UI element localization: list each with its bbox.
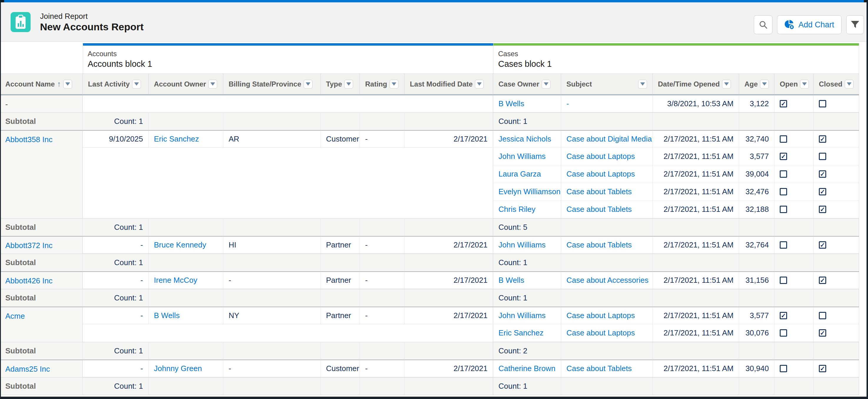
- column-menu-button[interactable]: [475, 80, 484, 89]
- subject-cell: Case about Laptops: [561, 307, 653, 324]
- open-checkbox[interactable]: [780, 241, 787, 249]
- subject-link[interactable]: Case about Laptops: [566, 311, 635, 320]
- account-name-link[interactable]: Acme: [5, 312, 25, 321]
- case-owner-link[interactable]: Chris Riley: [498, 205, 535, 214]
- column-header-closed[interactable]: Closed: [813, 73, 859, 95]
- column-header-rating[interactable]: Rating: [360, 73, 405, 95]
- closed-checkbox[interactable]: [819, 188, 826, 195]
- column-menu-button[interactable]: [800, 80, 809, 89]
- column-header-account-name[interactable]: Account Name↑: [0, 73, 83, 95]
- account-name-link[interactable]: Adams25 Inc: [5, 365, 50, 374]
- subtotal-empty-cell: [223, 289, 321, 307]
- closed-checkbox[interactable]: [819, 171, 826, 178]
- column-menu-button[interactable]: [304, 80, 312, 89]
- closed-checkbox[interactable]: [819, 135, 826, 143]
- column-header-last-activity[interactable]: Last Activity: [83, 73, 149, 95]
- closed-checkbox[interactable]: [819, 153, 826, 160]
- column-header-billing-state-province[interactable]: Billing State/Province: [223, 73, 321, 95]
- case-owner-link[interactable]: John Williams: [498, 240, 546, 249]
- subject-link[interactable]: Case about Laptops: [566, 328, 635, 338]
- account-owner-link[interactable]: Bruce Kennedy: [154, 240, 206, 249]
- closed-checkbox[interactable]: [819, 365, 826, 372]
- column-menu-button[interactable]: [344, 80, 353, 89]
- closed-checkbox[interactable]: [819, 100, 826, 108]
- search-button[interactable]: [754, 15, 772, 34]
- subtotal-empty-cell: [405, 254, 493, 271]
- open-checkbox[interactable]: [780, 365, 787, 372]
- case-owner-link[interactable]: Jessica Nichols: [498, 134, 551, 144]
- account-name-link[interactable]: Abbott426 Inc: [5, 276, 52, 285]
- date-time-opened-cell: 2/17/2021, 11:51 AM: [653, 148, 739, 165]
- account-name-link[interactable]: Abbott372 Inc: [5, 241, 52, 250]
- column-menu-button[interactable]: [722, 80, 731, 89]
- open-checkbox[interactable]: [780, 100, 787, 108]
- closed-checkbox[interactable]: [819, 329, 826, 337]
- subject-link[interactable]: Case about Laptops: [566, 152, 635, 161]
- column-menu-button[interactable]: [208, 80, 217, 89]
- closed-checkbox[interactable]: [819, 277, 826, 284]
- case-owner-link[interactable]: B Wells: [498, 99, 524, 108]
- case-owner-link[interactable]: Eric Sanchez: [498, 328, 544, 338]
- case-owner-cell: Chris Riley: [493, 201, 561, 218]
- account-owner-link[interactable]: B Wells: [154, 311, 180, 320]
- closed-checkbox[interactable]: [819, 312, 826, 319]
- open-checkbox[interactable]: [780, 312, 787, 319]
- column-header-type[interactable]: Type: [321, 73, 360, 95]
- column-header-open[interactable]: Open: [774, 73, 813, 95]
- case-owner-link[interactable]: B Wells: [498, 276, 524, 285]
- type-cell-value: Partner: [326, 276, 351, 285]
- open-cell: [774, 271, 813, 289]
- open-checkbox[interactable]: [780, 329, 787, 337]
- filter-button[interactable]: [846, 15, 864, 34]
- account-owner-link[interactable]: Johnny Green: [154, 364, 202, 373]
- subject-link[interactable]: Case about Tablets: [566, 364, 632, 373]
- add-chart-button[interactable]: Add Chart: [777, 15, 841, 34]
- open-checkbox[interactable]: [780, 206, 787, 213]
- column-menu-button[interactable]: [132, 80, 141, 89]
- subject-link[interactable]: Case about Laptops: [566, 170, 635, 179]
- closed-checkbox[interactable]: [819, 241, 826, 249]
- closed-checkbox[interactable]: [819, 206, 826, 213]
- case-owner-link[interactable]: Catherine Brown: [498, 364, 556, 373]
- column-menu-button[interactable]: [845, 80, 854, 89]
- column-header-age[interactable]: Age: [739, 73, 774, 95]
- column-header-last-modified-date[interactable]: Last Modified Date: [405, 73, 493, 95]
- column-header-account-owner[interactable]: Account Owner: [149, 73, 223, 95]
- window-bottom-bar: [0, 397, 868, 399]
- subject-link[interactable]: -: [566, 99, 569, 108]
- accounts-count-value: Count: 1: [114, 223, 143, 232]
- case-owner-link[interactable]: John Williams: [498, 152, 546, 161]
- subject-link[interactable]: Case about Tablets: [566, 205, 632, 214]
- column-header-case-owner[interactable]: Case Owner: [493, 73, 561, 95]
- account-owner-link[interactable]: Eric Sanchez: [154, 134, 199, 144]
- subject-link[interactable]: Case about Accessories: [566, 276, 649, 285]
- column-menu-button[interactable]: [638, 80, 647, 89]
- column-menu-button[interactable]: [390, 80, 398, 89]
- open-checkbox[interactable]: [780, 171, 787, 178]
- column-menu-button[interactable]: [63, 80, 72, 89]
- last-modified-cell: 2/17/2021: [405, 236, 493, 254]
- case-owner-link[interactable]: John Williams: [498, 311, 546, 320]
- open-checkbox[interactable]: [780, 135, 787, 143]
- subject-link[interactable]: Case about Tablets: [566, 240, 632, 249]
- accounts-subtotal-count-cell: Count: 1: [83, 218, 149, 236]
- column-menu-button[interactable]: [542, 80, 551, 89]
- subject-link[interactable]: Case about Tablets: [566, 187, 632, 196]
- account-owner-link[interactable]: Irene McCoy: [154, 276, 197, 285]
- subtotal-empty-cell: [561, 377, 653, 395]
- account-owner-cell: Bruce Kennedy: [149, 236, 223, 254]
- open-checkbox[interactable]: [780, 153, 787, 160]
- open-checkbox[interactable]: [780, 188, 787, 195]
- subtotal-empty-cell: [360, 342, 405, 360]
- account-name-link[interactable]: Abbott358 Inc: [5, 135, 52, 144]
- case-owner-cell: Eric Sanchez: [493, 324, 561, 342]
- case-owner-link[interactable]: Evelyn Williamson: [498, 187, 560, 196]
- case-owner-link[interactable]: Laura Garza: [498, 170, 541, 179]
- column-header-date-time-opened[interactable]: Date/Time Opened: [653, 73, 739, 95]
- subject-link[interactable]: Case about Digital Media: [566, 134, 652, 144]
- column-header-subject[interactable]: Subject: [561, 73, 653, 95]
- column-menu-button[interactable]: [760, 80, 769, 89]
- cases-count-value: Count: 2: [498, 346, 527, 356]
- open-checkbox[interactable]: [780, 277, 787, 284]
- subtotal-empty-cell: [321, 289, 360, 307]
